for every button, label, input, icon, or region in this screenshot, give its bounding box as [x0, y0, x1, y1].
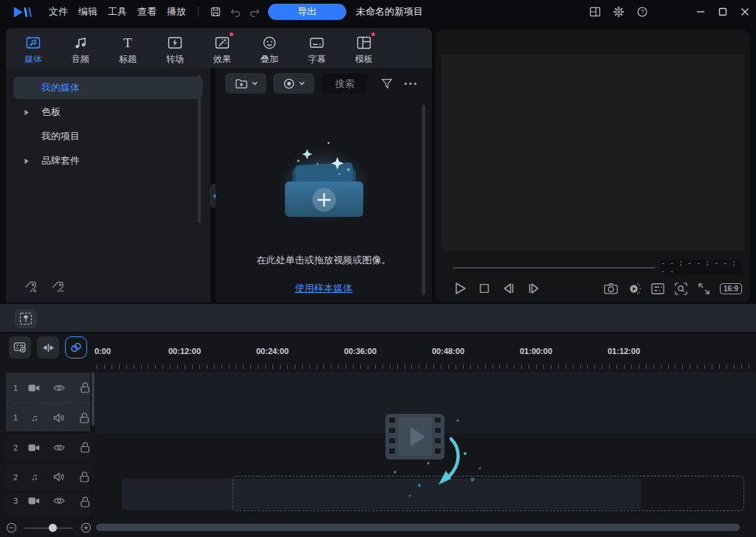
fullscreen-button[interactable]: [697, 282, 711, 296]
titlebar-divider: [198, 7, 199, 17]
sidebar-item-my-projects[interactable]: 我的项目: [13, 125, 203, 148]
sidebar-item-label: 我的媒体: [41, 81, 80, 94]
sidebar-item-label: 品牌套件: [41, 154, 80, 167]
undo-button[interactable]: [225, 3, 245, 21]
record-button[interactable]: [273, 73, 315, 94]
next-frame-button[interactable]: [526, 281, 541, 296]
sidebar-item-brand-kit[interactable]: 品牌套件: [13, 150, 203, 172]
timeline-horizontal-scrollbar[interactable]: [96, 524, 740, 531]
track-header-audio-1[interactable]: 1 ♫: [6, 403, 90, 433]
mute-track-button[interactable]: [53, 413, 64, 423]
menu-tools[interactable]: 工具: [103, 2, 132, 21]
play-button[interactable]: [453, 281, 467, 296]
sidebar-list: 我的媒体 色板 我的项目 品牌套件: [6, 68, 210, 172]
track-header-video-1[interactable]: 1: [6, 373, 90, 403]
redo-button[interactable]: [245, 3, 265, 21]
audio-track-icon: ♫: [29, 472, 40, 482]
media-panel-scrollbar[interactable]: [422, 105, 425, 295]
expand-caret-icon[interactable]: [24, 109, 41, 116]
remove-tag-button[interactable]: [51, 280, 65, 294]
tab-overlays[interactable]: 叠加: [246, 28, 293, 68]
track-number: 1: [13, 413, 23, 422]
toggle-track-visibility-button[interactable]: [53, 496, 65, 505]
titlebar: 文件 编辑 工具 查看 播放 导出 未命名的新项目: [0, 0, 756, 24]
tab-titles[interactable]: T 标题: [104, 28, 151, 68]
timeline-drop-zone[interactable]: [233, 476, 744, 511]
media-toolbar: [216, 72, 432, 94]
render-preview-button[interactable]: [628, 282, 642, 296]
tab-templates[interactable]: 模板: [340, 28, 388, 68]
zoom-out-button[interactable]: [6, 522, 17, 533]
title-t-icon: T: [120, 34, 136, 52]
stop-button[interactable]: [478, 282, 491, 295]
timeline-ruler[interactable]: 0:00 00:12:00 00:24:00 00:36:00 00:48:00…: [94, 345, 750, 370]
sidebar-item-color-board[interactable]: 色板: [13, 101, 203, 123]
ruler-label: 00:48:00: [432, 347, 464, 356]
fit-zoom-button[interactable]: [674, 282, 688, 296]
sample-media-link[interactable]: 使用样本媒体: [216, 282, 432, 295]
track-header-video-2[interactable]: 2: [6, 433, 90, 462]
preview-scrubber[interactable]: [453, 267, 656, 268]
snapshot-camera-button[interactable]: [603, 282, 619, 295]
auto-ripple-link-button[interactable]: [65, 336, 87, 358]
expand-caret-icon[interactable]: [24, 158, 41, 164]
menu-view[interactable]: 查看: [132, 2, 162, 21]
more-options-button[interactable]: [402, 75, 419, 92]
zoom-in-button[interactable]: [80, 522, 92, 533]
video-track-icon: [28, 496, 40, 505]
menu-edit[interactable]: 编辑: [73, 2, 103, 21]
tab-media[interactable]: 媒体: [10, 28, 57, 68]
mute-track-button[interactable]: [53, 472, 64, 482]
close-button[interactable]: [734, 0, 756, 24]
lock-track-button[interactable]: [80, 382, 90, 393]
media-icon: [25, 34, 41, 52]
import-media-button[interactable]: [225, 73, 267, 94]
empty-folder-illustration[interactable]: [269, 133, 379, 243]
toggle-track-visibility-button[interactable]: [53, 443, 65, 452]
track-scrollbar[interactable]: [92, 373, 94, 426]
timeline-bottom-bar: [0, 518, 756, 537]
manage-tracks-button[interactable]: [9, 336, 31, 358]
playback-settings-button[interactable]: [650, 283, 665, 295]
sidebar-item-label: 色板: [41, 105, 61, 119]
search-input[interactable]: [323, 73, 367, 94]
toggle-track-visibility-button[interactable]: [53, 384, 65, 392]
lock-track-button[interactable]: [80, 442, 90, 453]
window-controls: [690, 0, 756, 24]
sidebar-item-my-media[interactable]: 我的媒体: [13, 77, 203, 99]
add-tag-button[interactable]: [24, 280, 38, 294]
track-header-audio-2[interactable]: 2 ♫: [6, 462, 90, 492]
tab-audio[interactable]: 音频: [57, 28, 104, 68]
chevron-down-icon: [299, 81, 305, 86]
filter-funnel-button[interactable]: [378, 75, 396, 92]
trim-button[interactable]: [37, 336, 59, 358]
track-header-video-3[interactable]: 3: [6, 492, 90, 517]
aspect-ratio-button[interactable]: 16:9: [720, 283, 742, 294]
tab-transitions-label: 转场: [166, 53, 184, 66]
timeline-canvas-highlight: [95, 373, 756, 433]
tab-templates-label: 模板: [355, 53, 373, 66]
settings-gear-button[interactable]: [607, 3, 630, 21]
tab-captions[interactable]: 字幕: [293, 28, 340, 68]
lock-track-button[interactable]: [79, 471, 90, 482]
menu-play[interactable]: 播放: [162, 2, 191, 21]
lock-track-button[interactable]: [79, 412, 90, 423]
video-preview: [441, 54, 744, 251]
minimize-button[interactable]: [690, 0, 712, 24]
tab-overlays-label: 叠加: [261, 53, 278, 66]
zoom-slider-thumb[interactable]: [49, 524, 57, 532]
menu-file[interactable]: 文件: [44, 2, 73, 21]
asset-tabbar: 媒体 音频 T 标题: [6, 28, 432, 68]
export-button[interactable]: 导出: [268, 4, 346, 20]
lock-track-button[interactable]: [80, 496, 90, 507]
layout-button[interactable]: [583, 3, 607, 21]
tab-transitions[interactable]: 转场: [151, 28, 199, 68]
previous-frame-button[interactable]: [501, 281, 516, 296]
maximize-button[interactable]: [712, 0, 734, 24]
tab-effects[interactable]: 效果: [199, 28, 246, 68]
timeline-mode-button[interactable]: [15, 309, 37, 328]
save-button[interactable]: [205, 3, 225, 21]
help-button[interactable]: ?: [630, 3, 654, 21]
notification-dot: [230, 32, 233, 36]
sidebar-scrollbar[interactable]: [198, 75, 201, 223]
